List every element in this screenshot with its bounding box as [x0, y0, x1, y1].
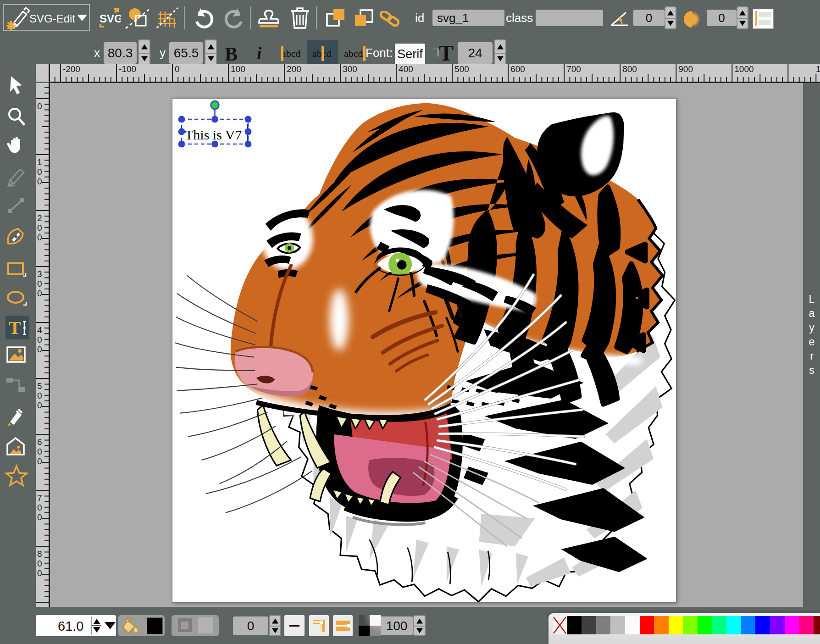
svg-text:0: 0 [37, 101, 42, 111]
svg-text:0: 0 [37, 167, 42, 177]
svg-text:-100: -100 [119, 64, 136, 74]
svg-text:0: 0 [37, 503, 42, 512]
svg-text:0: 0 [37, 559, 42, 568]
svg-text:T: T [9, 317, 21, 338]
svg-text:7: 7 [37, 493, 42, 503]
svg-text:0: 0 [37, 289, 42, 298]
svg-text:0: 0 [37, 447, 42, 456]
svg-text:600: 600 [510, 64, 525, 74]
svg-text:0: 0 [37, 344, 42, 354]
svg-text:-200: -200 [63, 64, 80, 74]
svg-text:0: 0 [37, 568, 42, 578]
svg-text:0: 0 [37, 279, 42, 289]
svg-text:100: 100 [231, 64, 245, 74]
svg-text:0: 0 [37, 400, 42, 410]
svg-text:3: 3 [37, 269, 42, 279]
svg-text:8: 8 [37, 549, 42, 559]
svg-text:1: 1 [37, 157, 42, 167]
svg-text:800: 800 [622, 64, 637, 74]
svg-text:2: 2 [37, 213, 42, 223]
svg-text:0: 0 [37, 223, 42, 233]
svg-text:4: 4 [37, 325, 42, 335]
svg-text:300: 300 [343, 64, 357, 74]
svg-text:0: 0 [37, 512, 42, 522]
svg-text:700: 700 [566, 64, 581, 74]
svg-text:1000: 1000 [734, 64, 754, 74]
svg-text:0: 0 [37, 177, 42, 186]
svg-text:900: 900 [678, 64, 693, 74]
svg-text:200: 200 [287, 64, 301, 74]
svg-text:5: 5 [37, 381, 42, 391]
svg-text:This is V7: This is V7 [185, 127, 242, 142]
svg-text:6: 6 [37, 437, 42, 447]
svg-text:1100: 1100 [816, 64, 820, 74]
svg-text:SVG: SVG [100, 12, 121, 25]
svg-text:0: 0 [37, 233, 42, 242]
svg-text:0: 0 [175, 64, 180, 74]
svg-text:0: 0 [37, 391, 42, 400]
svg-text:0: 0 [37, 456, 42, 466]
svg-text:400: 400 [399, 64, 413, 74]
svg-text:0: 0 [37, 335, 42, 344]
svg-text:500: 500 [454, 64, 469, 74]
